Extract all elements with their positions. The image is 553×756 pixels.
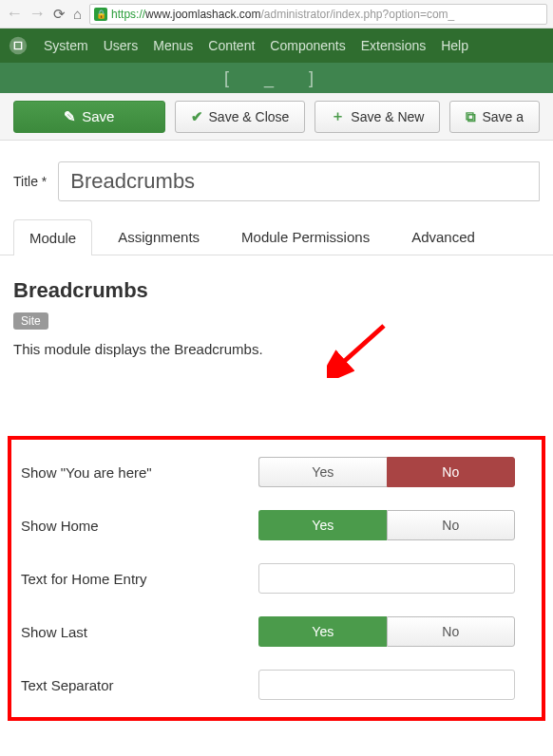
field-show-home: Show Home Yes No (21, 510, 532, 540)
joomla-icon (8, 35, 29, 56)
home-button[interactable]: ⌂ (73, 6, 82, 22)
field-label: Show Last (21, 624, 258, 640)
admin-topbar: System Users Menus Content Components Ex… (0, 28, 553, 63)
toggle-no[interactable]: No (387, 510, 516, 540)
save-copy-label: Save a (482, 109, 524, 124)
save-label: Save (82, 108, 114, 124)
toggle-yes[interactable]: Yes (258, 510, 387, 540)
tab-module[interactable]: Module (13, 219, 92, 255)
save-icon: ✎ (64, 108, 76, 125)
menu-help[interactable]: Help (441, 38, 468, 53)
menu-components[interactable]: Components (270, 38, 345, 53)
menu-system[interactable]: System (44, 38, 88, 53)
menu-users[interactable]: Users (104, 38, 139, 53)
reload-button[interactable]: ⟳ (53, 6, 66, 23)
highlighted-settings-box: Show "You are here" Yes No Show Home Yes… (8, 436, 545, 721)
toggle-show-home[interactable]: Yes No (258, 510, 515, 540)
tab-module-permissions[interactable]: Module Permissions (225, 218, 386, 255)
module-description: This module displays the Breadcrumbs. (13, 341, 540, 357)
field-text-home-entry: Text for Home Entry (21, 563, 532, 594)
back-button[interactable]: ← (6, 4, 23, 24)
browser-chrome: ← → ⟳ ⌂ 🔒 https://www.joomlashack.com/ad… (0, 0, 553, 28)
input-text-home-entry[interactable] (258, 563, 515, 594)
title-label: Title * (13, 174, 47, 189)
check-icon: ✔ (191, 108, 203, 125)
title-input[interactable] (58, 161, 540, 201)
toggle-yes[interactable]: Yes (258, 616, 387, 647)
menu-content[interactable]: Content (208, 38, 255, 53)
save-new-label: Save & New (351, 109, 424, 124)
toggle-show-last[interactable]: Yes No (258, 616, 515, 647)
toggle-no[interactable]: No (387, 616, 516, 647)
menu-menus[interactable]: Menus (153, 38, 193, 53)
tabs: Module Assignments Module Permissions Ad… (0, 201, 553, 255)
field-label: Text Separator (21, 677, 258, 693)
save-copy-button[interactable]: ⧉ Save a (449, 101, 540, 133)
url-bar[interactable]: 🔒 https://www.joomlashack.com/administra… (89, 4, 547, 25)
field-label: Text for Home Entry (21, 571, 258, 587)
svg-point-0 (10, 37, 27, 54)
module-heading: Breadcrumbs (13, 278, 540, 303)
url-path: /administrator/index.php?option=com_ (260, 8, 454, 21)
site-badge: Site (13, 312, 48, 330)
input-text-separator[interactable] (258, 670, 515, 700)
forward-button[interactable]: → (29, 4, 46, 24)
plus-icon: ＋ (331, 107, 345, 125)
tab-advanced[interactable]: Advanced (395, 218, 491, 255)
title-row: Title * (0, 141, 553, 201)
field-label: Show "You are here" (21, 464, 258, 481)
menu-extensions[interactable]: Extensions (361, 38, 426, 53)
copy-icon: ⧉ (466, 108, 476, 125)
toggle-no[interactable]: No (387, 457, 516, 487)
field-label: Show Home (21, 518, 258, 534)
secondary-bar: [ _ ] (0, 63, 553, 93)
toolbar: ✎ Save ✔ Save & Close ＋ Save & New ⧉ Sav… (0, 93, 553, 141)
save-close-label: Save & Close (209, 109, 290, 124)
field-text-separator: Text Separator (21, 670, 532, 700)
field-show-you-are-here: Show "You are here" Yes No (21, 457, 532, 487)
save-button[interactable]: ✎ Save (13, 101, 165, 133)
tab-assignments[interactable]: Assignments (102, 218, 216, 255)
toggle-you-are-here[interactable]: Yes No (258, 457, 515, 487)
url-protocol: https:// (111, 8, 145, 21)
module-body: Breadcrumbs Site This module displays th… (0, 255, 553, 744)
field-show-last: Show Last Yes No (21, 616, 532, 647)
lock-icon: 🔒 (94, 8, 107, 21)
save-close-button[interactable]: ✔ Save & Close (175, 101, 306, 133)
save-new-button[interactable]: ＋ Save & New (315, 101, 440, 133)
toggle-yes[interactable]: Yes (258, 457, 387, 487)
url-host: www.joomlashack.com (145, 8, 260, 21)
